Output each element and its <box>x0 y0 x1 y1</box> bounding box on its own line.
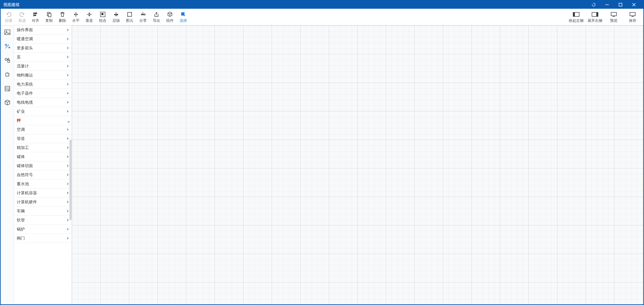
copy-button[interactable]: 复制 <box>42 9 56 25</box>
category-label: 管道 <box>17 136 25 142</box>
close-button[interactable] <box>627 1 641 9</box>
minimize-button[interactable] <box>600 1 614 9</box>
chevron-right-icon <box>67 38 69 40</box>
tool-label: 复制 <box>45 18 53 23</box>
tool-label: 组合 <box>99 18 106 23</box>
export-icon <box>153 11 159 18</box>
category-item[interactable]: 软管 <box>14 216 72 225</box>
category-item[interactable]: 锅炉 <box>14 225 72 234</box>
close-icon <box>632 3 636 7</box>
svg-point-30 <box>5 58 7 60</box>
collapse-left-button[interactable]: 收起左侧 <box>567 9 586 25</box>
magic-icon <box>4 43 11 50</box>
rail-model3d[interactable] <box>3 98 12 107</box>
category-item[interactable]: 矿业 <box>14 107 72 116</box>
scrollbar-thumb[interactable] <box>70 140 72 220</box>
category-item[interactable]: 电子器件 <box>14 89 72 98</box>
chevron-right-icon <box>67 74 69 77</box>
align-button[interactable]: 对齐 <box>29 9 42 25</box>
rail-shapes[interactable] <box>3 56 12 65</box>
category-item[interactable]: 计算机容器 <box>14 189 72 198</box>
group-icon <box>100 11 106 18</box>
category-item[interactable]: 更多箭头 <box>14 44 72 53</box>
svg-rect-16 <box>128 12 132 16</box>
chevron-right-icon <box>67 65 69 67</box>
chevron-right-icon <box>67 155 69 158</box>
tool-label: 前进 <box>18 18 26 23</box>
category-item[interactable]: 精加工 <box>14 143 72 152</box>
chevron-right-icon <box>67 47 69 49</box>
svg-rect-5 <box>34 13 37 14</box>
chevron-right-icon <box>67 228 69 231</box>
vflip-button[interactable]: 垂直 <box>83 9 96 25</box>
category-item[interactable]: 罐体切面 <box>14 161 72 170</box>
expand-right-button[interactable]: 展开右侧 <box>586 9 604 25</box>
export-button[interactable]: 导出 <box>150 9 163 25</box>
delete-button[interactable]: 删除 <box>56 9 69 25</box>
category-label: 操作界面 <box>17 27 33 33</box>
tool-label: 收起左侧 <box>569 18 584 23</box>
layer-icon <box>113 11 119 18</box>
chevron-right-icon <box>67 29 69 31</box>
category-item[interactable]: 空调 <box>14 125 72 134</box>
category-item[interactable]: 管道 <box>14 134 72 143</box>
chevron-right-icon <box>67 121 70 123</box>
layer-button[interactable]: 层级 <box>109 9 123 25</box>
category-label: 蓄水池 <box>17 181 29 187</box>
category-item[interactable]: 阀门 <box>14 234 72 243</box>
category-label: 计算机容器 <box>17 190 37 196</box>
redo-icon <box>19 11 25 18</box>
category-label: 罐体 <box>17 154 25 160</box>
undo-button[interactable]: 回退 <box>2 9 15 25</box>
category-item[interactable]: 泵 <box>14 53 72 62</box>
copy-icon <box>46 11 52 18</box>
category-item[interactable]: 罐体 <box>14 152 72 161</box>
refresh-button[interactable] <box>587 1 600 9</box>
category-item[interactable]: 物料搬运 <box>14 71 72 80</box>
tool-label: 垂直 <box>86 18 93 23</box>
hflip-button[interactable]: 水平 <box>69 9 83 25</box>
svg-rect-1 <box>619 3 622 6</box>
chevron-right-icon <box>67 201 69 203</box>
category-item[interactable]: 自然符号 <box>14 170 72 180</box>
select-button[interactable]: 选择 <box>177 9 190 25</box>
primitive-button[interactable]: 图元 <box>123 9 136 25</box>
category-panel: 操作界面暖通空调更多箭头泵流量计物料搬运电力系统电子器件电线电缆矿业秤空调管道精… <box>14 26 72 304</box>
tool-label: 选择 <box>180 18 187 23</box>
category-item[interactable]: 秤 <box>14 116 72 125</box>
tool-label: 回退 <box>5 18 12 23</box>
chevron-right-icon <box>67 92 69 95</box>
redo-button[interactable]: 前进 <box>15 9 29 25</box>
share-button[interactable]: 分享 <box>136 9 150 25</box>
category-item[interactable]: 暖通空调 <box>14 35 72 44</box>
chevron-right-icon <box>67 128 69 131</box>
chevron-right-icon <box>67 237 69 240</box>
rail-gallery[interactable] <box>3 28 12 37</box>
category-item[interactable]: 操作界面 <box>14 26 72 35</box>
canvas[interactable] <box>72 26 643 304</box>
category-item[interactable]: 电线电缆 <box>14 98 72 107</box>
save-button[interactable]: 保存 <box>623 9 642 25</box>
main: 操作界面暖通空调更多箭头泵流量计物料搬运电力系统电子器件电线电缆矿业秤空调管道精… <box>1 26 643 304</box>
puzzle-icon <box>4 71 11 78</box>
svg-rect-6 <box>34 15 36 16</box>
category-label: 更多箭头 <box>17 45 33 51</box>
category-label: 秤 <box>17 118 21 123</box>
maximize-button[interactable] <box>614 1 627 9</box>
category-item[interactable]: 蓄水池 <box>14 180 72 189</box>
tool-label: 分享 <box>139 18 147 23</box>
rail-magic[interactable] <box>3 42 12 51</box>
rail-plugins[interactable] <box>3 70 12 79</box>
category-item[interactable]: 电力系统 <box>14 80 72 89</box>
category-label: 泵 <box>17 54 21 60</box>
group-button[interactable]: 组合 <box>96 9 109 25</box>
preview-button[interactable]: 预览 <box>604 9 623 25</box>
category-item[interactable]: 计算机硬件 <box>14 198 72 207</box>
titlebar: 视图建模 <box>1 1 643 9</box>
component-button[interactable]: 组件 <box>163 9 177 25</box>
tool-label: 水平 <box>72 18 80 23</box>
refresh-icon <box>592 3 596 7</box>
category-item[interactable]: 车辆 <box>14 207 72 216</box>
category-item[interactable]: 流量计 <box>14 62 72 71</box>
rail-datasheet[interactable] <box>3 84 12 93</box>
